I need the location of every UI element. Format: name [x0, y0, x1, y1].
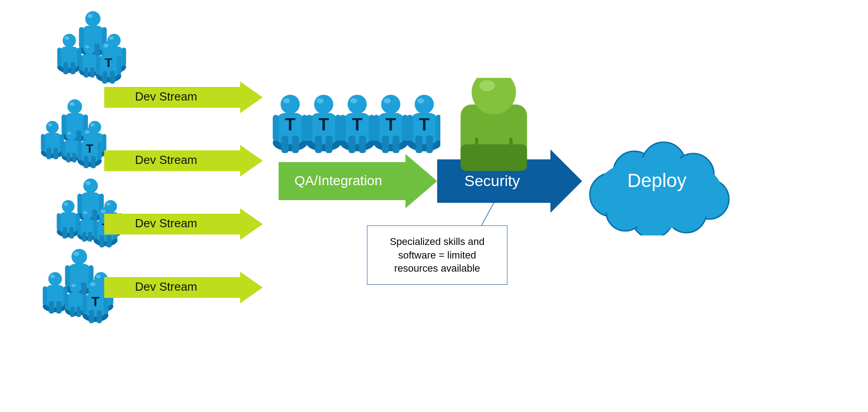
dev-stream-3-label: Dev Stream — [135, 216, 197, 230]
deploy-label: Deploy — [616, 170, 698, 192]
dev-stream-4-label: Dev Stream — [135, 280, 197, 294]
svg-point-30 — [596, 156, 723, 229]
dev-team-2-icon — [36, 97, 113, 183]
dev-stream-1-label: Dev Stream — [135, 90, 197, 104]
svg-line-21 — [480, 203, 494, 228]
qa-integration-label: QA/Integration — [294, 173, 382, 188]
security-person-icon — [453, 78, 535, 177]
qa-team-icon — [273, 84, 440, 161]
dev-stream-2-label: Dev Stream — [135, 153, 197, 167]
callout-box: Specialized skills and software = limite… — [367, 225, 507, 285]
